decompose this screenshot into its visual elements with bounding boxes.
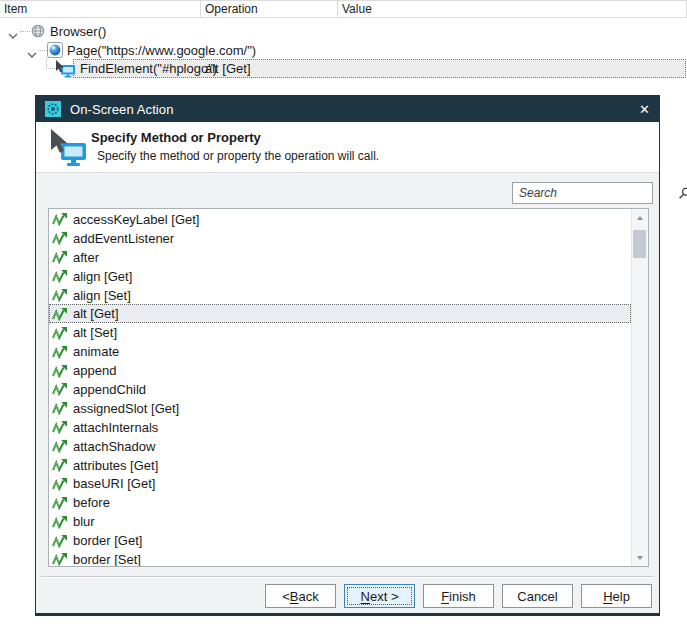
tree-item-label: FindElement("#hplogo")	[74, 61, 217, 76]
dialog-header: Specify Method or Property Specify the m…	[36, 122, 659, 173]
method-icon	[52, 552, 68, 566]
list-item[interactable]: assignedSlot [Get]	[49, 399, 631, 418]
column-header-value[interactable]: Value	[338, 1, 687, 17]
method-icon	[52, 496, 68, 510]
tree-column-header: Item Operation Value	[0, 0, 687, 18]
list-item[interactable]: align [Get]	[49, 267, 631, 286]
list-item-label: align [Set]	[73, 288, 131, 303]
on-screen-element-icon	[54, 60, 76, 82]
cancel-button[interactable]: Cancel	[502, 584, 573, 608]
list-item-label: border [Set]	[73, 552, 141, 567]
column-header-operation[interactable]: Operation	[201, 1, 338, 17]
tree-connector	[38, 50, 47, 51]
method-icon	[52, 382, 68, 396]
tree-row-page[interactable]: Page("https://www.google.com/")	[0, 41, 687, 60]
list-item-label: append	[73, 363, 116, 378]
screen: Item Operation Value Browser()	[0, 0, 687, 630]
list-item[interactable]: blur	[49, 512, 631, 531]
list-item-label: assignedSlot [Get]	[73, 401, 179, 416]
method-icon	[52, 534, 68, 548]
column-header-item[interactable]: Item	[0, 1, 201, 17]
list-item[interactable]: before	[49, 493, 631, 512]
tree-connector	[20, 31, 30, 32]
list-item-label: animate	[73, 344, 119, 359]
list-item[interactable]: attributes [Get]	[49, 456, 631, 475]
list-item-label: alt [Get]	[73, 306, 119, 321]
search-icon	[678, 187, 687, 200]
method-icon	[52, 439, 68, 453]
tree-item-label: Page("https://www.google.com/")	[67, 43, 256, 58]
method-list: accessKeyLabel [Get] addEventListener af…	[49, 209, 631, 566]
list-item-label: after	[73, 250, 99, 265]
list-item[interactable]: alt [Get]	[49, 304, 631, 323]
tree-selected-row[interactable]: FindElement("#hplogo") alt [Get]	[73, 59, 686, 78]
scrollbar-thumb[interactable]	[633, 230, 646, 258]
method-icon	[52, 231, 68, 245]
dialog-titlebar: On-Screen Action ✕	[36, 96, 659, 122]
list-item-label: blur	[73, 514, 95, 529]
list-item[interactable]: attachShadow	[49, 437, 631, 456]
browser-globe-icon	[31, 24, 45, 41]
dialog-title: On-Screen Action	[70, 102, 615, 117]
method-icon	[52, 515, 68, 529]
list-item-label: attachShadow	[73, 439, 155, 454]
method-icon	[52, 420, 68, 434]
method-icon	[52, 364, 68, 378]
method-icon	[52, 458, 68, 472]
wizard-step-subtitle: Specify the method or property the opera…	[97, 149, 379, 163]
list-item[interactable]: after	[49, 248, 631, 267]
list-item[interactable]: border [Set]	[49, 550, 631, 567]
method-icon	[52, 288, 68, 302]
chevron-down-icon[interactable]	[27, 47, 37, 62]
method-icon	[52, 307, 68, 321]
search-input[interactable]	[513, 186, 678, 200]
wizard-step-title: Specify Method or Property	[91, 130, 261, 145]
method-icon	[52, 269, 68, 283]
method-icon	[52, 477, 68, 491]
list-item[interactable]: addEventListener	[49, 229, 631, 248]
list-item-label: addEventListener	[73, 231, 174, 246]
scroll-down-icon[interactable]	[632, 549, 648, 566]
list-item[interactable]: append	[49, 361, 631, 380]
specify-method-icon	[45, 127, 89, 173]
list-item-label: appendChild	[73, 382, 146, 397]
list-item[interactable]: align [Set]	[49, 286, 631, 305]
list-item[interactable]: baseURI [Get]	[49, 474, 631, 493]
list-item[interactable]: alt [Set]	[49, 323, 631, 342]
method-icon	[52, 401, 68, 415]
app-icon	[45, 101, 61, 117]
method-icon	[52, 250, 68, 264]
list-item-label: alt [Set]	[73, 325, 117, 340]
dialog-body: accessKeyLabel [Get] addEventListener af…	[36, 173, 659, 613]
finish-button[interactable]: Finish	[423, 584, 494, 608]
onscreen-action-dialog: On-Screen Action ✕ Specify Method or Pro…	[35, 95, 660, 616]
next-button[interactable]: Next >	[344, 584, 415, 608]
list-item-label: attributes [Get]	[73, 458, 158, 473]
method-icon	[52, 326, 68, 340]
list-item-label: border [Get]	[73, 533, 142, 548]
list-item[interactable]: border [Get]	[49, 531, 631, 550]
list-item-label: baseURI [Get]	[73, 476, 155, 491]
method-listbox: accessKeyLabel [Get] addEventListener af…	[48, 208, 649, 567]
list-item[interactable]: accessKeyLabel [Get]	[49, 210, 631, 229]
close-icon[interactable]: ✕	[624, 102, 650, 117]
tree-item-label: Browser()	[50, 24, 106, 39]
help-button[interactable]: Help	[581, 584, 652, 608]
list-item-label: attachInternals	[73, 420, 158, 435]
list-item-label: accessKeyLabel [Get]	[73, 212, 199, 227]
list-item[interactable]: animate	[49, 342, 631, 361]
list-item[interactable]: appendChild	[49, 380, 631, 399]
method-icon	[52, 345, 68, 359]
search-box	[512, 182, 653, 204]
dialog-footer: < Back Next > Finish Cancel Help	[265, 584, 652, 608]
tree-row-browser[interactable]: Browser()	[0, 22, 687, 41]
tree-operation-value: alt [Get]	[205, 61, 251, 76]
back-button[interactable]: < Back	[265, 584, 336, 608]
list-item-label: before	[73, 495, 110, 510]
scrollbar[interactable]	[631, 209, 648, 566]
list-item[interactable]: attachInternals	[49, 418, 631, 437]
footer-separator	[41, 576, 654, 578]
method-icon	[52, 212, 68, 226]
scroll-up-icon[interactable]	[632, 209, 648, 226]
list-item-label: align [Get]	[73, 269, 132, 284]
